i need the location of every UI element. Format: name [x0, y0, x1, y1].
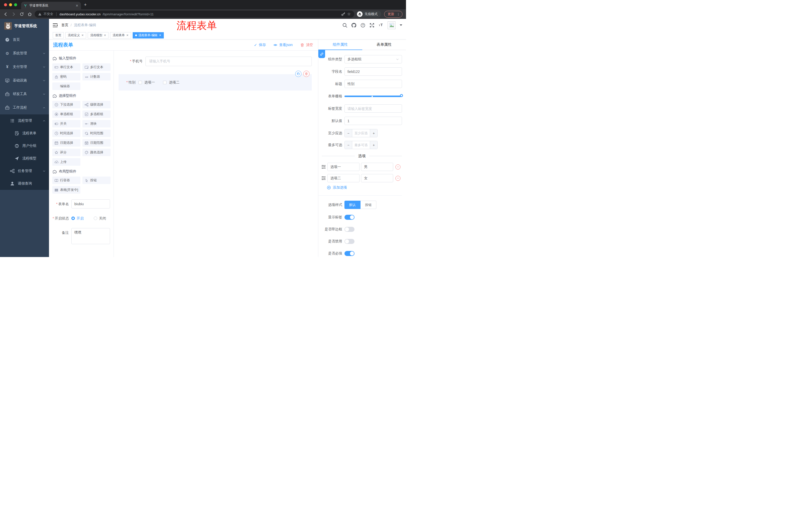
sidebar-item-system[interactable]: ⚙ 系统管理 [0, 47, 49, 60]
canvas-field-gender-selected[interactable]: 性别 选项一 选项二 [119, 74, 312, 90]
required-toggle[interactable] [344, 251, 354, 256]
url-path[interactable]: /bpm/manager/form/edit?formId=11 [103, 12, 153, 16]
sidebar-item-task-mgmt[interactable]: 任务管理 [0, 165, 49, 177]
tab-form-props[interactable]: 表单属性 [362, 39, 406, 50]
plus-button[interactable]: + [370, 141, 377, 149]
plus-button[interactable]: + [370, 129, 377, 137]
duplicate-component-button[interactable] [295, 71, 301, 77]
add-option-button[interactable]: 添加选项 [327, 185, 402, 190]
palette-item-multi-text[interactable]: 多行文本 [82, 63, 111, 71]
option-value-input[interactable] [361, 174, 393, 182]
palette-item-date[interactable]: 日期选择 [52, 139, 80, 146]
tab-close-icon[interactable]: ✕ [76, 4, 78, 7]
url-host[interactable]: dashboard.yudao.iocoder.cn [60, 12, 100, 16]
security-label[interactable]: 不安全 [44, 12, 53, 16]
canvas-field-phone[interactable]: 手机号 请输入手机号 [114, 57, 312, 66]
reload-button[interactable] [19, 11, 25, 17]
minus-button[interactable]: − [345, 141, 352, 149]
status-on-radio[interactable] [71, 217, 75, 220]
min-select-stepper[interactable]: −至少应选+ [344, 129, 378, 137]
sidebar-item-workflow[interactable]: 工作流程 [0, 101, 49, 114]
palette-item-slider[interactable]: 滑块 [82, 120, 111, 128]
palette-item-table[interactable]: 表格[开发中] [52, 186, 80, 194]
browser-tab[interactable]: 芋道管理系统 ✕ [21, 2, 81, 9]
minus-button[interactable]: − [345, 129, 352, 137]
new-tab-button[interactable]: + [84, 2, 87, 7]
tag-close-icon[interactable]: ✕ [104, 34, 106, 37]
palette-item-button[interactable]: 按钮 [82, 177, 111, 184]
disabled-toggle[interactable] [344, 239, 354, 244]
field-name-input[interactable] [344, 67, 402, 76]
palette-item-editor[interactable]: 编辑器 [52, 82, 80, 90]
gender-option2-label[interactable]: 选项二 [169, 80, 179, 85]
with-border-toggle[interactable] [344, 227, 354, 232]
min-select-value[interactable]: 至少应选 [352, 129, 370, 137]
gender-option2-checkbox[interactable] [163, 81, 167, 84]
tag-home[interactable]: 首页 [53, 32, 64, 38]
max-select-value[interactable]: 最多可选 [352, 141, 370, 149]
sidebar-item-leave-query[interactable]: 请假查询 [0, 177, 49, 190]
palette-item-time-range[interactable]: 时间范围 [82, 130, 111, 137]
status-off-label[interactable]: 关闭 [99, 214, 106, 223]
font-size-icon[interactable]: TT [379, 23, 383, 28]
palette-item-switch[interactable]: 开关 [52, 120, 80, 128]
palette-item-password[interactable]: 密码 [52, 73, 80, 80]
palette-item-time[interactable]: 时间选择 [52, 130, 80, 137]
sidebar-collapse-icon[interactable] [53, 23, 58, 27]
gender-option1-checkbox[interactable] [139, 81, 142, 84]
remove-option-icon[interactable]: − [396, 176, 401, 181]
avatar[interactable] [388, 21, 396, 29]
default-value-input[interactable] [344, 117, 402, 125]
option-label-input[interactable] [327, 174, 359, 182]
back-button[interactable] [2, 11, 8, 17]
tag-process-form[interactable]: 流程表单✕ [110, 32, 131, 38]
status-on-label[interactable]: 开启 [77, 214, 84, 223]
minimize-window-button[interactable] [9, 3, 12, 6]
tag-process-definition[interactable]: 流程定义✕ [65, 32, 86, 38]
option-label-input[interactable] [327, 163, 359, 171]
home-button[interactable] [27, 11, 33, 17]
sidebar-item-devtools[interactable]: 研发工具 [0, 87, 49, 101]
sidebar-item-payment[interactable]: ¥ 支付管理 [0, 60, 49, 74]
remove-option-icon[interactable]: − [396, 164, 401, 169]
max-select-stepper[interactable]: −最多可选+ [344, 141, 378, 149]
caret-down-icon[interactable] [400, 24, 402, 26]
address-bar[interactable]: 不安全 dashboard.yudao.iocoder.cn /bpm/mana… [35, 10, 354, 18]
show-label-toggle[interactable] [344, 215, 354, 220]
palette-item-select[interactable]: 下拉选择 [52, 101, 80, 108]
palette-item-single-text[interactable]: 单行文本 [52, 63, 80, 71]
tag-close-icon[interactable]: ✕ [126, 34, 128, 37]
breadcrumb-home[interactable]: 首页 [61, 23, 68, 27]
form-grid-slider[interactable] [344, 92, 402, 100]
password-key-icon[interactable] [341, 12, 345, 16]
help-icon[interactable]: ? [360, 23, 365, 28]
title-input[interactable] [344, 80, 402, 88]
style-button-button[interactable]: 按钮 [360, 201, 376, 209]
sidebar-logo[interactable]: 芋道管理系统 [0, 19, 49, 33]
github-icon[interactable] [351, 23, 356, 28]
forward-button[interactable] [10, 11, 17, 17]
clear-button[interactable]: 清空 [300, 43, 313, 47]
maximize-window-button[interactable] [14, 3, 17, 6]
sidebar-item-process-mgmt[interactable]: 流程管理 [0, 114, 49, 127]
link-tab[interactable] [318, 50, 325, 58]
palette-item-date-range[interactable]: 日期范围 [82, 139, 111, 146]
status-off-radio[interactable] [94, 217, 97, 220]
browser-update-button[interactable]: 更新 ⋮ [384, 11, 403, 18]
phone-input[interactable]: 请输入手机号 [145, 57, 312, 66]
slider-handle[interactable] [400, 94, 403, 97]
tab-component-props[interactable]: 组件属性 [318, 39, 362, 50]
tag-process-model[interactable]: 流程模型✕ [88, 32, 109, 38]
tag-close-icon[interactable]: ✕ [159, 34, 161, 37]
fullscreen-icon[interactable] [370, 23, 374, 28]
delete-component-button[interactable] [303, 71, 310, 77]
sidebar-item-process-form[interactable]: 流程表单 [0, 127, 49, 140]
window-controls[interactable] [4, 3, 17, 6]
sidebar-item-process-model[interactable]: 流程模型 [0, 152, 49, 165]
tag-process-form-edit[interactable]: 流程表单-编辑✕ [133, 32, 164, 38]
save-button[interactable]: ✓保存 [254, 43, 266, 47]
view-json-button[interactable]: 查看json [273, 43, 293, 47]
bookmark-star-icon[interactable]: ☆ [347, 12, 351, 16]
slider-track[interactable] [344, 96, 402, 97]
palette-item-rate[interactable]: 评分 [52, 148, 80, 156]
